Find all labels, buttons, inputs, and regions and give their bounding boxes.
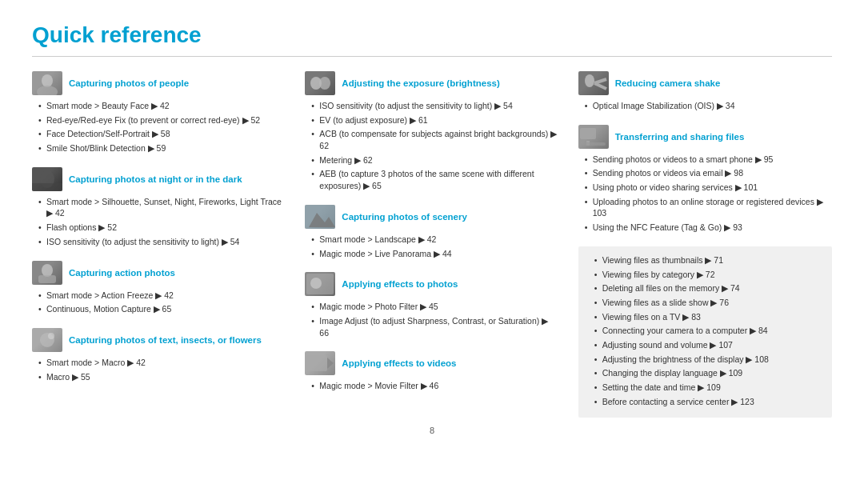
section-header-effects-photo: Applying effects to photos <box>305 272 558 296</box>
section-people: Capturing photos of people Smart mode > … <box>32 71 286 154</box>
list-item: Smart mode > Landscape ▶ 42 <box>311 234 558 246</box>
icon-effects-photo <box>305 272 335 296</box>
list-item: Viewing files as a slide show ▶ 76 <box>594 297 822 309</box>
icon-effects-video <box>305 351 335 375</box>
list-item: Magic mode > Photo Filter ▶ 45 <box>311 301 558 313</box>
list-item: EV (to adjust exposure) ▶ 61 <box>311 114 558 126</box>
icon-people <box>32 71 62 95</box>
svg-marker-15 <box>327 358 334 369</box>
bullet-list-action: Smart mode > Action Freeze ▶ 42 Continuo… <box>32 290 286 315</box>
section-title-scenery: Capturing photos of scenery <box>342 212 467 222</box>
gray-box-list: Viewing files as thumbnails ▶ 71 Viewing… <box>588 254 822 408</box>
svg-point-0 <box>42 74 53 87</box>
svg-point-13 <box>310 278 322 289</box>
section-text: Capturing photos of text, insects, or fl… <box>32 328 286 382</box>
icon-text <box>32 328 62 352</box>
list-item: Adjusting the brightness of the display … <box>594 354 822 366</box>
icon-transfer <box>578 125 609 149</box>
list-item: Sending photos or videos to a smart phon… <box>585 154 832 166</box>
section-header-scenery: Capturing photos of scenery <box>305 205 558 229</box>
list-item: Smart mode > Silhouette, Sunset, Night, … <box>38 196 286 219</box>
section-header-effects-video: Applying effects to videos <box>305 351 558 375</box>
list-item: Deleting all files on the memory ▶ 74 <box>594 282 822 294</box>
icon-night <box>32 167 62 191</box>
list-item: Flash options ▶ 52 <box>38 222 286 234</box>
list-item: ISO sensitivity (to adjust the sensitivi… <box>38 236 286 248</box>
gray-box: Viewing files as thumbnails ▶ 71 Viewing… <box>578 246 832 418</box>
section-header-shake: Reducing camera shake <box>578 71 832 95</box>
list-item: Setting the date and time ▶ 109 <box>594 382 822 394</box>
bullet-list-effects-photo: Magic mode > Photo Filter ▶ 45 Image Adj… <box>305 301 558 338</box>
svg-rect-19 <box>580 128 596 139</box>
bullet-list-scenery: Smart mode > Landscape ▶ 42 Magic mode >… <box>305 234 558 259</box>
bullet-list-text: Smart mode > Macro ▶ 42 Macro ▶ 55 <box>32 357 286 382</box>
svg-point-16 <box>585 74 594 87</box>
list-item: Magic mode > Live Panorama ▶ 44 <box>311 248 558 260</box>
page-number: 8 <box>32 426 832 435</box>
list-item: Viewing files by category ▶ 72 <box>594 269 822 281</box>
bullet-list-people: Smart mode > Beauty Face ▶ 42 Red-eye/Re… <box>32 100 286 154</box>
list-item: Changing the display language ▶ 109 <box>594 367 822 379</box>
icon-scenery <box>305 205 335 229</box>
list-item: Viewing files as thumbnails ▶ 71 <box>594 254 822 266</box>
list-item: Continuous, Motion Capture ▶ 65 <box>38 303 286 315</box>
svg-line-18 <box>594 83 606 89</box>
list-item: Macro ▶ 55 <box>38 371 286 383</box>
content-columns: Capturing photos of people Smart mode > … <box>32 71 832 418</box>
list-item: Smile Shot/Blink Detection ▶ 59 <box>38 142 286 154</box>
svg-point-4 <box>42 264 53 277</box>
section-header-exposure: Adjusting the exposure (brightness) <box>305 71 558 95</box>
list-item: AEB (to capture 3 photos of the same sce… <box>311 168 558 191</box>
bullet-list-transfer: Sending photos or videos to a smart phon… <box>578 154 832 234</box>
section-header-people: Capturing photos of people <box>32 71 286 95</box>
section-effects-photo: Applying effects to photos Magic mode > … <box>305 272 558 338</box>
section-night: Capturing photos at night or in the dark… <box>32 167 286 248</box>
section-title-night: Capturing photos at night or in the dark <box>69 174 242 184</box>
section-title-action: Capturing action photos <box>69 268 175 278</box>
svg-rect-14 <box>306 355 327 371</box>
section-scenery: Capturing photos of scenery Smart mode >… <box>305 205 558 259</box>
column-1: Capturing photos of people Smart mode > … <box>32 71 305 418</box>
section-title-exposure: Adjusting the exposure (brightness) <box>342 78 499 88</box>
list-item: Optical Image Stabilization (OIS) ▶ 34 <box>585 100 832 112</box>
column-3: Reducing camera shake Optical Image Stab… <box>578 71 832 418</box>
svg-rect-21 <box>582 142 606 146</box>
list-item: Connecting your camera to a computer ▶ 8… <box>594 325 822 337</box>
section-transfer: Transferring and sharing files Sending p… <box>578 125 832 234</box>
section-title-effects-photo: Applying effects to photos <box>342 279 458 289</box>
bullet-list-night: Smart mode > Silhouette, Sunset, Night, … <box>32 196 286 248</box>
section-effects-video: Applying effects to videos Magic mode > … <box>305 351 558 392</box>
list-item: ISO sensitivity (to adjust the sensitivi… <box>311 100 558 112</box>
list-item: Smart mode > Beauty Face ▶ 42 <box>38 100 286 112</box>
list-item: Sending photos or videos via email ▶ 98 <box>585 167 832 179</box>
bullet-list-exposure: ISO sensitivity (to adjust the sensitivi… <box>305 100 558 192</box>
svg-rect-3 <box>32 183 62 191</box>
list-item: Uploading photos to an online storage or… <box>585 196 832 219</box>
list-item: Adjusting sound and volume ▶ 107 <box>594 339 822 351</box>
page-title: Quick reference <box>32 22 832 48</box>
svg-point-1 <box>37 86 58 95</box>
section-header-transfer: Transferring and sharing files <box>578 125 832 149</box>
svg-point-7 <box>48 333 54 339</box>
svg-point-9 <box>319 77 330 90</box>
section-divider <box>32 56 832 57</box>
list-item: Red-eye/Red-eye Fix (to prevent or corre… <box>38 114 286 126</box>
bullet-list-effects-video: Magic mode > Movie Filter ▶ 46 <box>305 380 558 392</box>
section-exposure: Adjusting the exposure (brightness) ISO … <box>305 71 558 192</box>
section-title-people: Capturing photos of people <box>69 78 189 88</box>
column-2: Adjusting the exposure (brightness) ISO … <box>305 71 578 418</box>
section-title-shake: Reducing camera shake <box>615 78 721 88</box>
section-shake: Reducing camera shake Optical Image Stab… <box>578 71 832 112</box>
list-item: Before contacting a service center ▶ 123 <box>594 396 822 408</box>
list-item: Using photo or video sharing services ▶ … <box>585 182 832 194</box>
list-item: Face Detection/Self-Portrait ▶ 58 <box>38 128 286 140</box>
list-item: Smart mode > Macro ▶ 42 <box>38 357 286 369</box>
section-title-text: Capturing photos of text, insects, or fl… <box>69 335 262 345</box>
section-header-action: Capturing action photos <box>32 261 286 285</box>
list-item: Using the NFC Feature (Tag & Go) ▶ 93 <box>585 222 832 234</box>
icon-action <box>32 261 62 285</box>
list-item: Viewing files on a TV ▶ 83 <box>594 311 822 323</box>
list-item: Magic mode > Movie Filter ▶ 46 <box>311 380 558 392</box>
icon-exposure <box>305 71 335 95</box>
list-item: Metering ▶ 62 <box>311 154 558 166</box>
